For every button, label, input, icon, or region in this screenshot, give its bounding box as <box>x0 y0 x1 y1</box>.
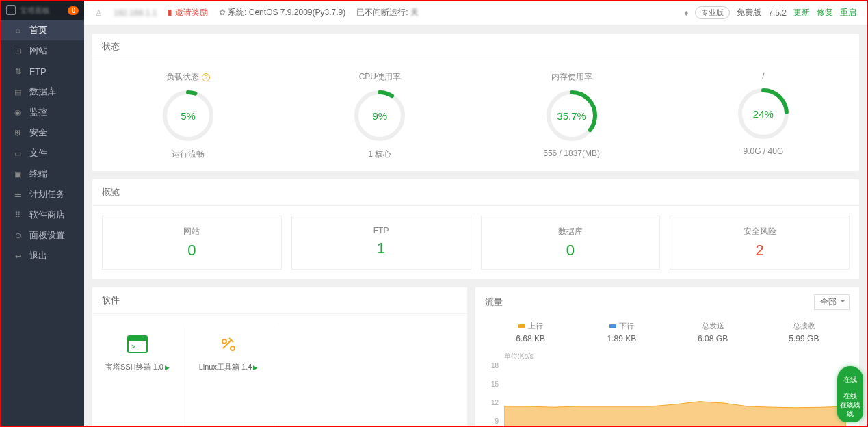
pro-tag[interactable]: 专业版 <box>695 6 730 19</box>
gauge-sub: 656 / 1837(MB) <box>543 148 600 158</box>
overview-value: 2 <box>670 242 849 259</box>
sidebar-item-6[interactable]: ▭文件 <box>1 143 84 164</box>
help-icon[interactable]: ? <box>202 73 210 81</box>
user-icon: ♙ <box>95 8 103 18</box>
gauge: 负载状态?5%运行流畅 <box>92 71 284 160</box>
status-title: 状态 <box>92 34 859 60</box>
traffic-panel: 流量 全部 上行6.68 KB下行1.89 KB总发送6.08 GB总接收5.9… <box>475 287 859 426</box>
sidebar-item-10[interactable]: ⊙面板设置 <box>1 225 84 246</box>
overview-label: 安全风险 <box>670 226 849 237</box>
play-icon: ▶ <box>165 364 170 371</box>
sidebar-item-8[interactable]: ☰计划任务 <box>1 184 84 205</box>
overview-card[interactable]: 网站0 <box>102 216 282 270</box>
sidebar-icon: ⊞ <box>13 46 23 55</box>
sidebar-icon: ▤ <box>13 87 23 96</box>
software-item[interactable]: Linux工具箱 1.4▶ <box>183 328 274 426</box>
traffic-chart: 单位:Kb/s 1815129 <box>485 352 850 426</box>
chart-unit: 单位:Kb/s <box>504 352 534 361</box>
traffic-stat: 下行1.89 KB <box>576 321 667 344</box>
gauge-title: CPU使用率 <box>359 71 401 83</box>
sidebar-label: 计划任务 <box>29 188 65 200</box>
gauge-sub: 1 核心 <box>368 148 391 160</box>
gauge-title: 内存使用率 <box>551 71 592 83</box>
gauge-value: 35.7% <box>544 88 599 143</box>
sidebar-label: 数据库 <box>29 86 56 98</box>
y-tick: 15 <box>485 380 499 388</box>
sidebar-label: 退出 <box>29 250 47 262</box>
gauge: /24%9.0G / 40G <box>668 71 859 160</box>
notification-badge[interactable]: 0 <box>68 6 79 15</box>
repair-link[interactable]: 修复 <box>817 7 833 18</box>
svg-point-12 <box>231 346 235 350</box>
svg-point-11 <box>222 339 226 344</box>
sidebar-icon: ⛨ <box>13 128 23 138</box>
sidebar-icon: ☰ <box>13 190 23 199</box>
overview-card[interactable]: FTP1 <box>291 216 471 270</box>
update-link[interactable]: 更新 <box>793 7 810 18</box>
overview-value: 0 <box>103 242 281 259</box>
sidebar-label: 面板设置 <box>29 229 65 242</box>
sidebar-label: 首页 <box>29 24 47 36</box>
gauge-title: 负载状态? <box>166 71 210 83</box>
sidebar-label: 网站 <box>29 44 47 57</box>
server-ip: 192.168.1.1 <box>114 8 157 18</box>
sidebar-icon: ↩ <box>13 251 23 261</box>
overview-label: 数据库 <box>482 226 660 237</box>
sidebar-item-11[interactable]: ↩退出 <box>1 246 84 266</box>
sidebar-label: 安全 <box>29 127 47 139</box>
overview-label: FTP <box>292 226 471 235</box>
sidebar-icon: ⌂ <box>13 25 23 35</box>
overview-card[interactable]: 数据库0 <box>481 216 661 270</box>
gauge-value: 24% <box>736 86 791 141</box>
logo-icon <box>6 5 16 15</box>
sidebar-item-1[interactable]: ⊞网站 <box>1 40 84 61</box>
product-name: 宝塔面板 <box>20 5 50 16</box>
sidebar-item-0[interactable]: ⌂首页 <box>1 20 84 40</box>
overview-value: 1 <box>292 240 471 257</box>
overview-value: 0 <box>482 242 660 259</box>
traffic-stat: 总接收5.99 GB <box>759 321 850 344</box>
overview-card[interactable]: 安全风险2 <box>670 216 850 270</box>
overview-panel: 概览 网站0FTP1数据库0安全风险2 <box>92 179 859 279</box>
sidebar-label: 软件商店 <box>29 209 65 221</box>
traffic-stat: 总发送6.08 GB <box>668 321 759 344</box>
restart-link[interactable]: 重启 <box>840 7 856 18</box>
sidebar-item-2[interactable]: ⇅FTP <box>1 61 84 81</box>
svg-text:>_: >_ <box>131 343 140 350</box>
sidebar-icon: ▣ <box>13 169 23 179</box>
edition-label: 免费版 <box>737 7 761 18</box>
reward-link[interactable]: ▮ 邀请奖励 <box>168 7 207 18</box>
software-panel: 软件 >_宝塔SSH终端 1.0▶Linux工具箱 1.4▶ <box>92 287 467 426</box>
diamond-icon: ♦ <box>684 8 688 18</box>
sidebar-label: 终端 <box>29 168 47 180</box>
sidebar-header: 宝塔面板 0 <box>1 1 84 20</box>
svg-rect-9 <box>128 336 147 341</box>
y-tick: 12 <box>485 399 499 406</box>
gauge-value: 9% <box>352 88 407 143</box>
sidebar-icon: ◉ <box>13 107 23 117</box>
sidebar-item-7[interactable]: ▣终端 <box>1 164 84 184</box>
sidebar-label: 监控 <box>29 106 47 118</box>
online-support-button[interactable]: 在线 在线 在线线线 <box>837 366 863 422</box>
y-tick: 18 <box>485 362 499 370</box>
sidebar-label: FTP <box>29 66 47 77</box>
sidebar-item-3[interactable]: ▤数据库 <box>1 81 84 102</box>
sidebar-icon: ⊙ <box>13 231 23 240</box>
sidebar-icon: ⇅ <box>13 66 23 76</box>
traffic-title: 流量 <box>485 296 503 309</box>
y-tick: 9 <box>485 417 499 425</box>
software-title: 软件 <box>92 287 467 314</box>
sidebar-item-5[interactable]: ⛨安全 <box>1 122 84 143</box>
status-panel: 状态 负载状态?5%运行流畅CPU使用率9%1 核心内存使用率35.7%656 … <box>92 34 859 171</box>
traffic-filter-select[interactable]: 全部 <box>814 294 850 310</box>
sidebar-item-9[interactable]: ⠿软件商店 <box>1 205 84 225</box>
sidebar-item-4[interactable]: ◉监控 <box>1 102 84 122</box>
play-icon: ▶ <box>253 364 258 371</box>
legend-dot <box>609 324 616 328</box>
gauge-value: 5% <box>161 88 215 143</box>
sidebar-icon: ▭ <box>13 148 23 158</box>
software-item[interactable]: >_宝塔SSH终端 1.0▶ <box>92 328 183 426</box>
traffic-stat: 上行6.68 KB <box>485 321 576 344</box>
top-bar: ♙ 192.168.1.1 ▮ 邀请奖励 ✿ 系统: CentOS 7.9.20… <box>84 1 867 25</box>
software-name: Linux工具箱 1.4▶ <box>199 362 259 372</box>
